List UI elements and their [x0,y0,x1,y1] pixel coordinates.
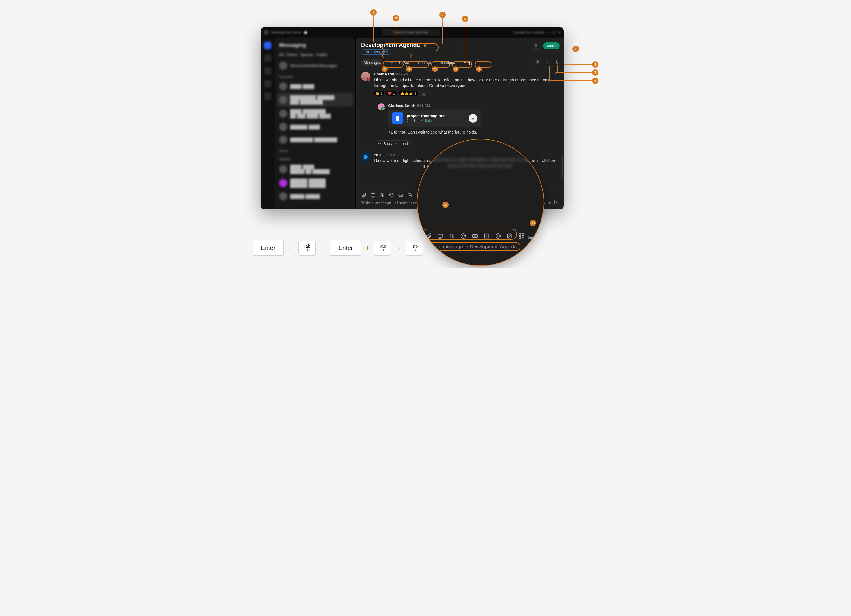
svg-point-12 [461,234,466,239]
window-min[interactable]: — [547,30,550,35]
self-avatar[interactable] [361,152,370,162]
message-author: Clarissa Smith [388,104,415,108]
sidebar-recommended[interactable]: Recommended Messages [277,59,353,72]
format-icon[interactable] [449,233,455,240]
avatar[interactable] [361,72,370,81]
tab-people[interactable]: People (30) [387,59,412,66]
sticker-icon[interactable] [483,233,490,240]
reaction[interactable]: 👏1 [374,91,385,96]
titlebar-status: Working from home [271,30,301,35]
sidebar-item[interactable]: ████ █████████ ██ ██████ [277,162,353,176]
message: Umar Patel8:12 AM I think we should all … [361,69,559,98]
callout-4: 4 [370,9,377,16]
meet-button[interactable]: Meet [543,42,560,50]
tab-meetings[interactable]: Meetings [437,59,458,66]
thread-message: Clarissa Smith8:28 AM project-roadmap.do… [378,101,559,137]
sidebar-item[interactable]: ██████ ████████████ ██████ [277,176,353,190]
svg-point-6 [392,195,392,195]
message-time: 8:30 AM [383,153,395,157]
sidebar-item[interactable]: █████ █████ [277,190,353,203]
callout-12: 12 [453,66,459,72]
window-max[interactable]: ▢ [552,30,556,35]
callout-5: 5 [462,16,468,22]
message-text: +1 to that. Can't wait to see what the f… [388,129,559,135]
attach-icon[interactable] [361,192,366,199]
gif-icon[interactable]: GIF [398,192,403,199]
rail-calendar-icon[interactable] [264,80,271,87]
collapse-pane-icon[interactable] [554,70,560,76]
attach-icon[interactable] [426,233,432,240]
rail-more-icon[interactable] [264,93,271,100]
scrollbar[interactable] [562,155,563,178]
titlebar-cta[interactable]: Contact for a device [513,30,544,35]
send-icon[interactable] [553,199,559,205]
keyboard-sequence: Enter → Tab--> → Enter + Tab--> → Tab--> [253,240,423,255]
svg-text:GIF: GIF [474,235,477,237]
file-size: 24 KB [407,119,416,122]
tab-messages[interactable]: Messages [361,59,384,66]
download-icon[interactable] [469,114,477,123]
gear-icon[interactable] [554,60,559,65]
callout-6: 6 [573,46,579,52]
mention-icon[interactable] [495,233,501,240]
team-pill[interactable]: ENG Deployment [361,50,391,55]
svg-point-18 [487,236,487,236]
document-icon [392,113,403,124]
svg-point-2 [556,62,557,63]
sidebar-item[interactable]: ██████ ████ [277,120,353,133]
sidebar-filters[interactable]: All Direct Spaces Public [277,50,353,59]
add-reaction-icon[interactable]: ☺ [420,91,427,96]
svg-point-9 [409,195,410,195]
reaction[interactable]: ❤️1 [386,91,397,96]
message-author: Umar Patel [374,72,394,77]
svg-rect-24 [519,237,521,238]
sidebar-item[interactable]: ████████ ████████ [277,133,353,146]
callout-3: 3 [393,15,399,21]
sidebar-item-active[interactable]: █████████ █████████ ████████ [277,93,353,107]
search-icon[interactable] [545,60,549,65]
rail-teams-icon[interactable] [264,54,271,62]
callout-10: 10 [406,66,412,72]
zoom-footer-line: line [528,236,534,240]
format-icon[interactable] [379,192,385,199]
pin-icon[interactable] [535,60,540,65]
safe-icon: ✔ [420,119,423,123]
emoji-icon[interactable] [460,233,466,240]
star-icon[interactable]: ★ [423,42,427,48]
emoji-icon[interactable] [389,192,394,199]
gif-icon[interactable]: GIF [472,233,478,240]
screen-capture-icon[interactable] [370,192,376,199]
callout-9b: 9B [530,220,536,226]
sidebar-section-spaces: Spaces [277,154,353,162]
zoom-composer-input[interactable]: Write a message to Development Agenda [423,243,538,251]
callout-2: 2 [439,12,446,18]
svg-point-1 [546,61,548,63]
key-tab: Tab--> [298,240,316,255]
people-icon[interactable] [507,233,513,240]
rail-messaging-icon[interactable] [264,42,271,49]
file-attachment[interactable]: project-roadmap.doc 24 KB · ✔Safe [388,110,481,127]
screen-capture-icon[interactable] [437,233,444,240]
avatar[interactable] [378,103,385,110]
tab-content[interactable]: Content [415,59,434,66]
reply-thread-button[interactable]: Reply to thread [374,140,412,147]
file-safe: Safe [425,119,432,122]
svg-point-21 [509,234,511,236]
global-search[interactable]: Search, meet, and call [382,29,439,36]
screenshare-button[interactable] [532,42,540,50]
reaction[interactable]: 👍👍👍3 [398,91,418,96]
message-time: 8:12 AM [396,72,409,77]
arrow-right-icon: → [320,244,326,252]
tab-apps[interactable]: + Apps [461,59,478,66]
zoom-lens: I know we're on tight schedules, a big t… [417,139,544,266]
presence-dot [263,30,269,35]
apps-add-icon[interactable] [518,233,525,240]
key-enter: Enter [253,240,284,255]
rail-calls-icon[interactable] [264,67,271,75]
sidebar-item[interactable]: ████ ██████████ ███ ████ ████ [277,107,353,120]
sidebar-item[interactable]: ████ ████ [277,80,353,93]
window-close[interactable]: ✕ [558,30,561,35]
sidebar: Messaging All Direct Spaces Public Recom… [275,38,355,209]
key-tab: Tab--> [406,240,423,255]
sticker-icon[interactable] [407,192,412,199]
